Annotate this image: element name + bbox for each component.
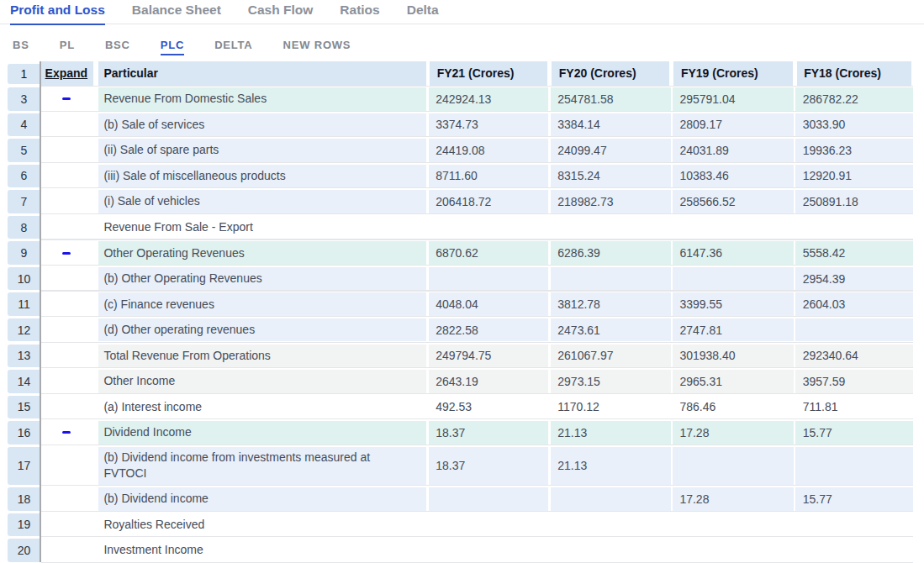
fy21-value-cell[interactable]: 24419.08: [429, 139, 549, 162]
fy20-value-cell[interactable]: 3812.78: [551, 292, 671, 316]
row-number-cell[interactable]: 4: [8, 113, 40, 137]
fy19-value-cell[interactable]: [673, 447, 794, 485]
fy18-value-cell[interactable]: 292340.64: [795, 345, 913, 368]
particular-cell[interactable]: Royalties Received: [98, 513, 426, 537]
collapse-minus-icon[interactable]: [62, 431, 71, 434]
fy20-value-cell[interactable]: 261067.97: [551, 345, 671, 368]
particular-cell[interactable]: (b) Sale of services: [98, 113, 426, 137]
row-number-cell[interactable]: 14: [8, 370, 40, 393]
row-number-cell[interactable]: 13: [8, 345, 40, 368]
fy21-value-cell[interactable]: [429, 539, 549, 562]
particular-cell[interactable]: (b) Dividend income: [98, 487, 426, 511]
row-number-cell[interactable]: 5: [8, 139, 40, 162]
row-number-cell[interactable]: 17: [8, 447, 40, 485]
fy18-value-cell[interactable]: 5558.42: [795, 241, 913, 265]
fy20-value-cell[interactable]: [551, 539, 671, 562]
sheet-tab[interactable]: DELTA: [214, 39, 252, 55]
fy20-value-cell[interactable]: 6286.39: [551, 241, 671, 265]
fy19-value-cell[interactable]: 17.28: [673, 421, 794, 445]
row-number-cell[interactable]: 9: [8, 241, 40, 265]
fy18-value-cell[interactable]: 19936.23: [795, 139, 913, 162]
row-number-cell[interactable]: 20: [8, 539, 40, 562]
particular-cell[interactable]: (iii) Sale of miscellaneous products: [98, 165, 426, 188]
fy20-value-cell[interactable]: 2473.61: [551, 318, 671, 342]
fy19-value-cell[interactable]: 24031.89: [673, 139, 794, 162]
fy21-value-cell[interactable]: 2643.19: [429, 370, 549, 393]
report-tab[interactable]: Ratios: [340, 0, 379, 25]
particular-cell[interactable]: (d) Other operating revenues: [98, 318, 426, 342]
fy21-value-cell[interactable]: 18.37: [429, 421, 549, 445]
particular-cell[interactable]: Dividend Income: [98, 421, 426, 445]
fy19-value-cell[interactable]: 786.46: [673, 396, 794, 419]
fy18-value-cell[interactable]: 250891.18: [795, 190, 913, 213]
fy20-value-cell[interactable]: [551, 513, 671, 537]
fy20-value-cell[interactable]: 2973.15: [551, 370, 671, 393]
particular-cell[interactable]: (i) Sale of vehicles: [98, 190, 426, 213]
fy19-value-cell[interactable]: 3399.55: [673, 292, 794, 316]
fy20-value-cell[interactable]: 24099.47: [551, 139, 671, 162]
expand-column-header[interactable]: Expand: [41, 61, 94, 86]
fy18-value-cell[interactable]: 711.81: [795, 396, 913, 419]
fy18-value-cell[interactable]: 3033.90: [795, 113, 913, 137]
fy18-value-cell[interactable]: [795, 447, 913, 485]
row-number-cell[interactable]: 15: [8, 396, 40, 419]
fy19-value-cell[interactable]: 295791.04: [673, 87, 794, 111]
fy21-value-cell[interactable]: 6870.62: [429, 241, 549, 265]
fy20-value-cell[interactable]: [551, 487, 671, 511]
collapse-minus-icon[interactable]: [62, 252, 71, 255]
fy20-value-cell[interactable]: 1170.12: [551, 396, 671, 419]
fy19-value-cell[interactable]: [673, 513, 794, 537]
report-tab[interactable]: Cash Flow: [248, 0, 314, 25]
fy20-value-cell[interactable]: 21.13: [551, 421, 671, 445]
fy18-value-cell[interactable]: 15.77: [795, 487, 913, 511]
fy18-value-cell[interactable]: 286782.22: [795, 87, 913, 111]
fy19-value-cell[interactable]: [673, 216, 794, 239]
report-tab[interactable]: Delta: [407, 0, 439, 25]
sheet-tab[interactable]: BS: [13, 39, 29, 55]
fy20-value-cell[interactable]: 218982.73: [551, 190, 671, 213]
fy19-value-cell[interactable]: [673, 267, 794, 291]
fy21-value-cell[interactable]: [429, 267, 549, 291]
fy21-value-cell[interactable]: 242924.13: [429, 87, 549, 111]
particular-cell[interactable]: Other Income: [98, 370, 426, 393]
fy19-value-cell[interactable]: 2965.31: [673, 370, 794, 393]
fy19-value-cell[interactable]: 6147.36: [673, 241, 794, 265]
fy19-value-cell[interactable]: 301938.40: [673, 345, 794, 368]
fy20-value-cell[interactable]: [551, 267, 671, 291]
fy21-value-cell[interactable]: [429, 487, 549, 511]
particular-cell[interactable]: (b) Dividend income from investments mea…: [98, 447, 426, 485]
fy18-value-cell[interactable]: 3957.59: [795, 370, 913, 393]
fy20-value-cell[interactable]: 21.13: [551, 447, 671, 485]
fy21-value-cell[interactable]: 8711.60: [429, 165, 549, 188]
fy18-value-cell[interactable]: 15.77: [795, 421, 913, 445]
fy21-value-cell[interactable]: 2822.58: [429, 318, 549, 342]
fy19-value-cell[interactable]: [673, 539, 794, 562]
row-number-cell[interactable]: 19: [8, 513, 40, 537]
fy18-value-cell[interactable]: 2954.39: [795, 267, 913, 291]
particular-cell[interactable]: Revenue From Domestic Sales: [98, 87, 426, 111]
row-number-cell[interactable]: 10: [8, 267, 40, 291]
fy18-value-cell[interactable]: [795, 539, 913, 562]
row-number-cell[interactable]: 16: [8, 421, 40, 445]
fy21-value-cell[interactable]: 249794.75: [429, 345, 549, 368]
fy19-value-cell[interactable]: 10383.46: [673, 165, 794, 188]
fy18-value-cell[interactable]: [795, 216, 913, 239]
fy18-value-cell[interactable]: 2604.03: [795, 292, 913, 316]
fy20-value-cell[interactable]: [551, 216, 671, 239]
fy20-value-cell[interactable]: 3384.14: [551, 113, 671, 137]
fy19-value-cell[interactable]: 2809.17: [673, 113, 794, 137]
particular-cell[interactable]: Other Operating Revenues: [98, 241, 426, 265]
fy21-value-cell[interactable]: 3374.73: [429, 113, 549, 137]
row-number-cell[interactable]: 6: [8, 165, 40, 188]
sheet-tab[interactable]: BSC: [105, 39, 130, 55]
report-tab[interactable]: Profit and Loss: [10, 0, 105, 25]
row-number-cell[interactable]: 12: [8, 318, 40, 342]
row-number-cell[interactable]: 18: [8, 487, 40, 511]
particular-cell[interactable]: (a) Interest income: [98, 396, 426, 419]
report-tab[interactable]: Balance Sheet: [132, 0, 221, 25]
fy18-value-cell[interactable]: [795, 513, 913, 537]
fy18-value-cell[interactable]: 12920.91: [795, 165, 913, 188]
sheet-tab[interactable]: PLC: [161, 39, 184, 55]
row-number-cell[interactable]: 3: [8, 87, 40, 111]
fy19-value-cell[interactable]: 2747.81: [673, 318, 794, 342]
